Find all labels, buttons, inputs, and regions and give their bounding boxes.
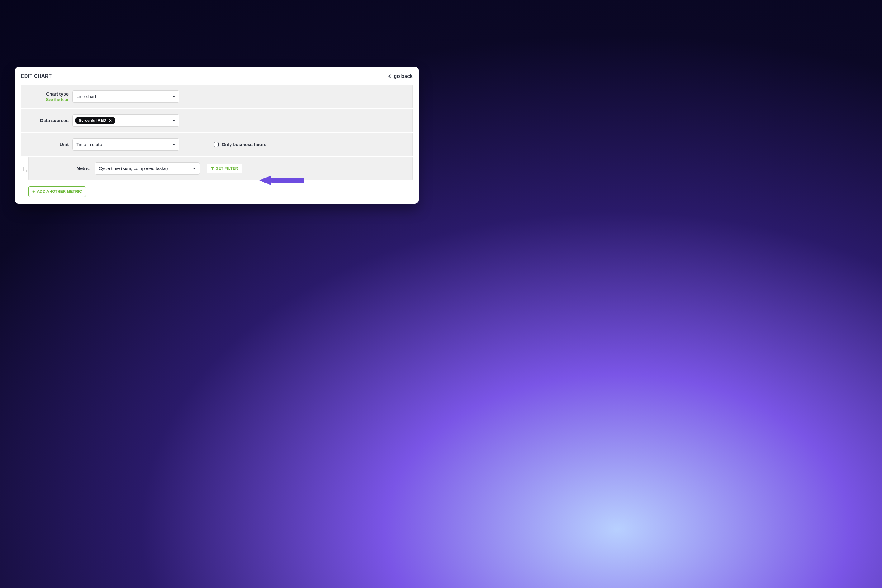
set-filter-button[interactable]: Set Filter <box>207 164 242 173</box>
edit-chart-panel: EDIT CHART go back Chart type See the to… <box>15 67 418 204</box>
metric-dropdown[interactable]: Cycle time (sum, completed tasks) <box>94 162 200 175</box>
data-sources-dropdown[interactable]: Screenful R&D ✕ <box>72 114 179 127</box>
data-sources-section: Data sources Screenful R&D ✕ <box>21 109 412 132</box>
data-source-chip[interactable]: Screenful R&D ✕ <box>75 117 115 124</box>
chart-type-label-col: Chart type See the tour <box>26 92 72 102</box>
metric-label: Metric <box>34 166 94 171</box>
chart-type-section: Chart type See the tour Line chart <box>21 85 412 108</box>
checkbox-icon <box>214 142 219 147</box>
metric-value: Cycle time (sum, completed tasks) <box>99 166 168 171</box>
data-sources-label: Data sources <box>26 118 72 123</box>
chevron-left-icon <box>388 74 392 78</box>
caret-down-icon <box>193 168 196 170</box>
add-metric-label: Add Another Metric <box>37 189 82 194</box>
remove-chip-icon[interactable]: ✕ <box>109 118 112 123</box>
go-back-link[interactable]: go back <box>389 74 412 79</box>
unit-value: Time in state <box>76 142 102 147</box>
panel-header: EDIT CHART go back <box>21 72 412 84</box>
add-another-metric-button[interactable]: + Add Another Metric <box>28 186 86 197</box>
business-hours-toggle[interactable]: Only business hours <box>214 142 266 147</box>
chart-type-label: Chart type <box>46 92 69 96</box>
nesting-arrow-icon <box>22 166 29 174</box>
set-filter-label: Set Filter <box>216 166 238 171</box>
metric-section: Metric Cycle time (sum, completed tasks)… <box>28 157 412 180</box>
caret-down-icon <box>172 96 176 98</box>
chart-type-dropdown[interactable]: Line chart <box>72 90 179 103</box>
chip-label: Screenful R&D <box>79 118 106 123</box>
chart-type-value: Line chart <box>76 94 96 99</box>
go-back-label: go back <box>394 74 412 79</box>
caret-down-icon <box>172 120 176 122</box>
unit-section: Unit Time in state Only business hours <box>21 133 412 156</box>
unit-dropdown[interactable]: Time in state <box>72 138 179 151</box>
caret-down-icon <box>172 144 176 146</box>
business-hours-label: Only business hours <box>222 142 266 147</box>
unit-label: Unit <box>26 142 72 147</box>
see-tour-link[interactable]: See the tour <box>26 98 69 102</box>
panel-title: EDIT CHART <box>21 74 52 79</box>
filter-icon <box>211 167 214 170</box>
plus-icon: + <box>32 189 35 194</box>
